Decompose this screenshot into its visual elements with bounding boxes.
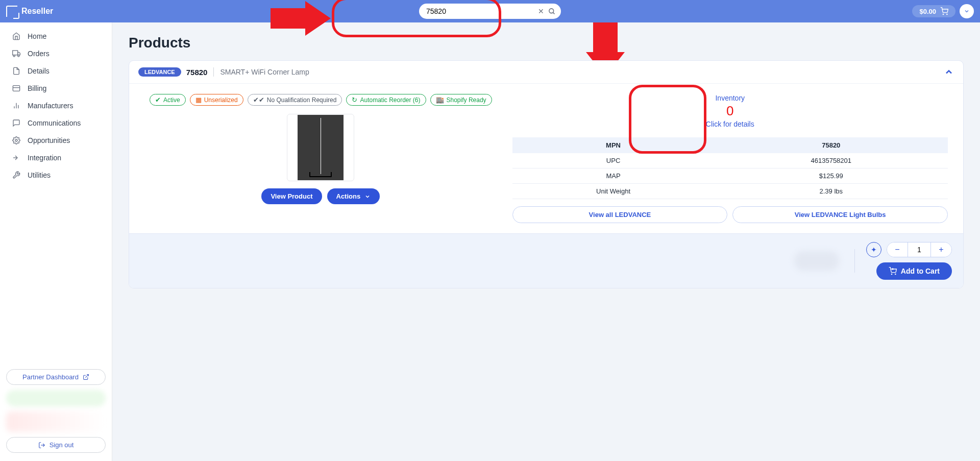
inventory-value: 0 — [512, 103, 948, 119]
external-link-icon — [83, 374, 89, 380]
collapse-icon[interactable] — [944, 67, 954, 77]
actions-button[interactable]: Actions — [327, 188, 380, 204]
integration-icon — [12, 154, 20, 162]
product-right-column: Inventory 0 Click for details MPN 75820 — [512, 94, 948, 223]
actions-label: Actions — [336, 192, 361, 200]
nav-communications[interactable]: Communications — [0, 114, 112, 132]
outline-link-row: View all LEDVANCE View LEDVANCE Light Bu… — [512, 206, 948, 223]
nav-manufacturers[interactable]: Manufacturers — [0, 97, 112, 114]
brand: Reseller — [6, 6, 53, 17]
spec-weight-val: 2.39 lbs — [715, 184, 948, 199]
blurred-info-1 — [6, 390, 106, 406]
product-card-footer: ✦ − + Add to Cart — [129, 233, 963, 288]
partner-dashboard-label: Partner Dashboard — [22, 373, 79, 381]
svg-rect-4 — [13, 51, 18, 55]
nav-home-label: Home — [28, 32, 46, 40]
signout-icon — [38, 442, 45, 449]
cart-total: $0.00 — [919, 8, 936, 15]
tag-active-label: Active — [163, 96, 180, 104]
nav-orders[interactable]: Orders — [0, 45, 112, 62]
inventory-link[interactable]: Click for details — [512, 120, 948, 128]
clear-icon[interactable]: ✕ — [538, 8, 544, 15]
tag-auto-reorder: ↻Automatic Reorder (6) — [346, 94, 426, 106]
add-cart-icon — [889, 267, 897, 275]
spec-map-val: $125.99 — [715, 168, 948, 184]
product-sku: 75820 — [186, 68, 208, 77]
qty-increase[interactable]: + — [931, 242, 951, 257]
svg-point-0 — [549, 8, 554, 13]
nav-details-label: Details — [28, 67, 50, 75]
brand-name: Reseller — [21, 7, 53, 16]
spec-mpn-header: MPN — [512, 137, 715, 153]
product-image-mock — [298, 115, 344, 180]
search-box[interactable]: ✕ — [419, 4, 561, 19]
product-button-row: View Product Actions — [261, 188, 380, 204]
view-product-button[interactable]: View Product — [261, 188, 322, 204]
cart-icon — [940, 7, 948, 15]
search-icons: ✕ — [538, 8, 556, 15]
cart-button[interactable]: $0.00 — [912, 5, 955, 17]
svg-point-3 — [947, 14, 947, 14]
search-icon[interactable] — [548, 8, 556, 15]
add-to-cart-button[interactable]: Add to Cart — [876, 262, 952, 280]
product-image — [287, 114, 354, 181]
chevron-down-icon — [364, 193, 371, 200]
file-icon — [12, 67, 20, 75]
refresh-icon: ↻ — [352, 96, 357, 104]
spec-mpn-value: 75820 — [715, 137, 948, 153]
page-title: Products — [129, 35, 964, 51]
nav: Home Orders Details Billing Manufacturer… — [0, 22, 112, 365]
view-category-link[interactable]: View LEDVANCE Light Bulbs — [732, 206, 948, 223]
nav-integration-label: Integration — [28, 154, 61, 162]
spec-upc-label: UPC — [512, 153, 715, 168]
signout-label: Sign out — [50, 441, 74, 449]
divider — [213, 67, 214, 77]
svg-point-2 — [943, 14, 943, 14]
tag-unserialized: ▦Unserialized — [190, 94, 243, 106]
brand-badge: LEDVANCE — [138, 67, 181, 77]
spec-map-label: MAP — [512, 168, 715, 184]
nav-details[interactable]: Details — [0, 62, 112, 80]
tag-row: ✔Active ▦Unserialized ✔✔No Qualification… — [150, 94, 492, 106]
shop-icon: 🏬 — [436, 96, 444, 104]
product-name: SMART+ WiFi Corner Lamp — [220, 68, 309, 76]
blurred-price — [794, 251, 839, 271]
spark-button[interactable]: ✦ — [866, 242, 881, 257]
svg-line-14 — [85, 375, 88, 378]
nav-utilities[interactable]: Utilities — [0, 166, 112, 184]
top-bar: Reseller ✕ $0.00 — [0, 0, 980, 22]
partner-dashboard-button[interactable]: Partner Dashboard — [6, 369, 106, 385]
view-all-brand-link[interactable]: View all LEDVANCE — [512, 206, 728, 223]
tag-no-qualification: ✔✔No Qualification Required — [248, 94, 342, 106]
truck-icon — [12, 50, 20, 58]
svg-marker-5 — [18, 52, 20, 55]
sidebar: Home Orders Details Billing Manufacturer… — [0, 22, 112, 461]
nav-opportunities[interactable]: Opportunities — [0, 132, 112, 149]
nav-integration[interactable]: Integration — [0, 149, 112, 166]
tag-active: ✔Active — [150, 94, 186, 106]
inventory-box[interactable]: Inventory 0 Click for details — [512, 94, 948, 132]
nav-home[interactable]: Home — [0, 28, 112, 45]
svg-line-1 — [553, 12, 554, 14]
quantity-stepper[interactable]: − + — [887, 242, 952, 257]
qty-input[interactable] — [908, 242, 931, 257]
nav-billing[interactable]: Billing — [0, 80, 112, 97]
spec-weight-label: Unit Weight — [512, 184, 715, 199]
signout-button[interactable]: Sign out — [6, 437, 106, 453]
tag-reorder-label: Automatic Reorder (6) — [360, 96, 420, 104]
nav-billing-label: Billing — [28, 84, 46, 92]
sidebar-footer: Partner Dashboard Sign out — [0, 365, 112, 461]
svg-point-6 — [13, 55, 15, 57]
qty-decrease[interactable]: − — [887, 242, 908, 257]
svg-point-17 — [895, 274, 895, 274]
account-dropdown[interactable] — [960, 4, 974, 18]
brand-logo-icon — [6, 6, 17, 17]
search-input[interactable] — [426, 7, 538, 15]
specs-table: MPN 75820 UPC46135758201 MAP$125.99 Unit… — [512, 137, 948, 199]
gear-icon — [12, 136, 20, 144]
nav-orders-label: Orders — [28, 50, 50, 58]
svg-point-13 — [15, 139, 17, 141]
svg-point-7 — [18, 55, 19, 57]
home-icon — [12, 32, 20, 40]
chart-icon — [12, 102, 20, 110]
